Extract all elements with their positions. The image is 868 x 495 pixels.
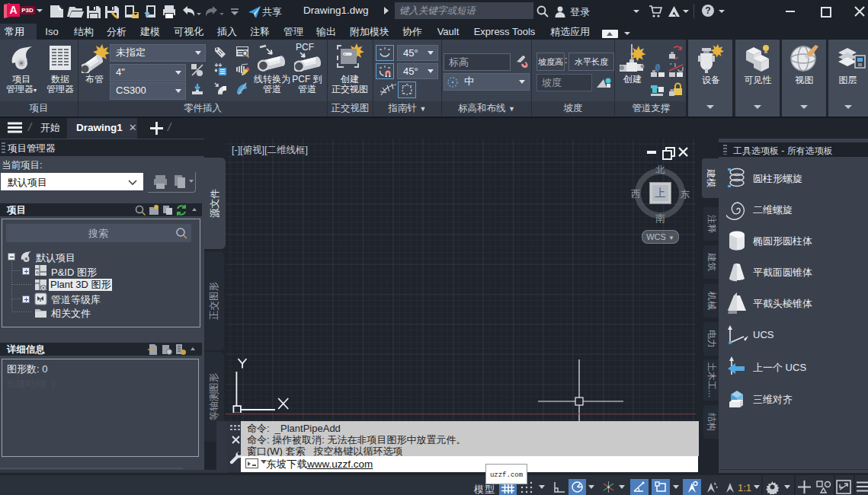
svg-text:PCF: PCF (296, 42, 314, 53)
svg-text:@: @ (655, 64, 660, 72)
